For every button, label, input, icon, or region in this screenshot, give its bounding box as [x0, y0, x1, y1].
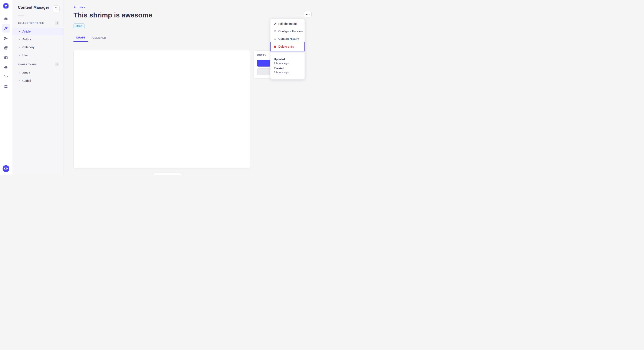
collection-types-count-badge: 4 [55, 21, 59, 25]
updated-label: Updated [274, 58, 285, 61]
more-actions-button[interactable] [304, 11, 312, 17]
strapi-logo[interactable] [4, 3, 8, 8]
sidebar-item-label: User [22, 54, 29, 57]
releases-icon[interactable] [2, 34, 10, 42]
sidebar-item-label: Article [22, 30, 31, 33]
divider [270, 52, 304, 53]
updated-value: 2 hours ago [274, 62, 288, 65]
bullet-icon [20, 80, 20, 81]
created-value: 2 hours ago [274, 71, 288, 74]
sidebar-item-label: About [22, 71, 30, 75]
app-sidebar: KD [0, 0, 12, 175]
actions-context-menu: Edit the model Configure the view Conten… [270, 19, 305, 80]
content-type-builder-icon[interactable] [2, 53, 10, 62]
sidebar-item-label: Author [22, 38, 31, 41]
content-manager-icon[interactable] [2, 24, 10, 32]
list-plus-icon [274, 29, 277, 33]
sidebar-item-article[interactable]: Article [12, 28, 63, 35]
avatar[interactable]: KD [2, 165, 9, 172]
bullet-icon [20, 72, 20, 73]
trash-icon [274, 45, 277, 48]
menu-item-delete-entry[interactable]: Delete entry [270, 42, 305, 51]
sidebar-item-label: Category [22, 45, 34, 49]
history-icon [274, 37, 277, 40]
sidebar-item-author[interactable]: Author [12, 35, 63, 43]
menu-item-label: Configure the view [278, 29, 303, 33]
logo-section [0, 0, 12, 12]
section-collection-types: COLLECTION TYPES [18, 22, 44, 24]
arrow-left-icon [74, 5, 77, 9]
sidebar-item-global[interactable]: Global [12, 77, 63, 84]
menu-item-content-history[interactable]: Content History [270, 35, 304, 42]
bullet-icon [20, 47, 20, 48]
status-badge[interactable]: Draft [74, 23, 84, 29]
bullet-icon [20, 39, 20, 40]
menu-item-configure-view[interactable]: Configure the view [270, 27, 304, 35]
menu-item-label: Content History [278, 37, 299, 40]
sidebar-item-label: Global [22, 79, 31, 82]
sidebar-item-about[interactable]: About [12, 69, 63, 77]
sidebar-item-category[interactable]: Category [12, 43, 63, 51]
back-label: Back [78, 5, 85, 9]
media-library-icon[interactable] [2, 44, 10, 52]
menu-item-label: Delete entry [278, 45, 294, 48]
ellipsis-icon [309, 14, 310, 15]
back-link[interactable]: Back [74, 5, 85, 9]
menu-item-label: Edit the model [278, 22, 298, 25]
bullet-icon [20, 31, 20, 32]
tab-published[interactable]: PUBLISHED [88, 34, 108, 42]
collapsed-panel-edge[interactable] [153, 173, 182, 175]
search-button[interactable] [53, 5, 60, 12]
single-types-count-badge: 2 [55, 62, 59, 66]
ellipsis-icon [306, 14, 307, 15]
cloud-icon[interactable] [2, 63, 10, 71]
sidebar-item-user[interactable]: User [12, 51, 63, 59]
edit-form-card [74, 50, 250, 168]
content-manager-sidebar: Content Manager COLLECTION TYPES 4 Artic… [12, 0, 64, 175]
created-label: Created [274, 67, 284, 70]
settings-icon[interactable] [2, 82, 10, 91]
sidebar-title: Content Manager [18, 5, 49, 10]
page-title: This shrimp is awesome [74, 11, 152, 19]
home-icon[interactable] [2, 14, 10, 23]
menu-item-edit-model[interactable]: Edit the model [270, 20, 304, 27]
search-icon [55, 7, 58, 10]
section-single-types: SINGLE TYPES [18, 63, 37, 66]
divider [18, 15, 24, 15]
bullet-icon [20, 55, 20, 56]
tab-draft[interactable]: DRAFT [74, 34, 88, 42]
pencil-icon [274, 22, 277, 25]
entry-panel-heading: ENTRY [257, 54, 266, 57]
ellipsis-icon [308, 14, 308, 15]
marketplace-icon[interactable] [2, 72, 10, 81]
